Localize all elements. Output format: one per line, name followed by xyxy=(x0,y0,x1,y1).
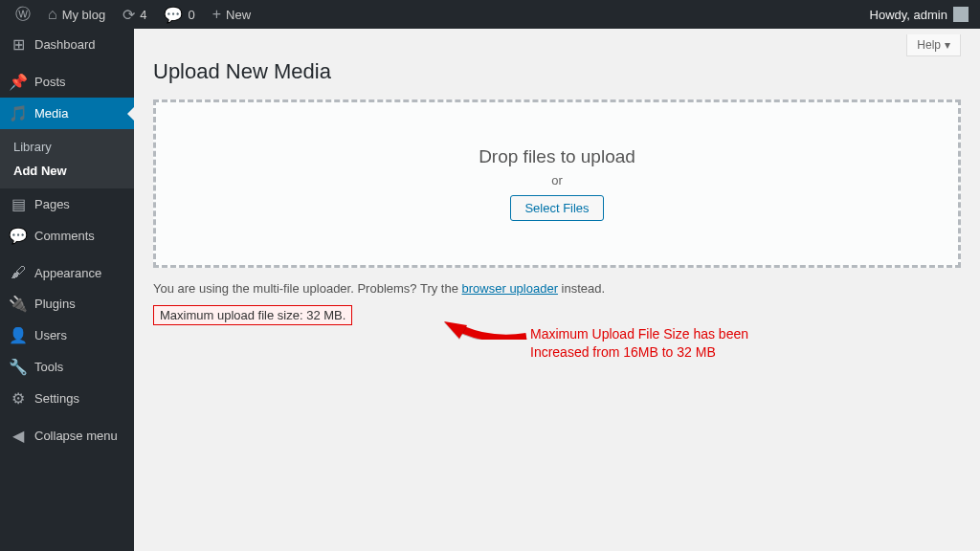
sidebar-item-label: Pages xyxy=(34,197,70,211)
sidebar-item-dashboard[interactable]: ⊞Dashboard xyxy=(0,29,134,60)
sidebar-item-label: Appearance xyxy=(34,266,101,280)
sidebar-item-label: Dashboard xyxy=(34,37,96,52)
annotation-line: Maximum Upload File Size has been xyxy=(530,325,748,343)
sidebar-item-plugins[interactable]: 🔌Plugins xyxy=(0,288,134,320)
comments-link[interactable]: 💬0 xyxy=(156,0,202,29)
chevron-down-icon: ▾ xyxy=(945,38,950,52)
main-content: Help▾ Upload New Media Drop files to upl… xyxy=(134,29,980,551)
help-label: Help xyxy=(917,38,941,52)
sidebar-item-label: Tools xyxy=(34,360,63,374)
sidebar-item-label: Comments xyxy=(34,229,95,243)
comment-icon: 💬 xyxy=(10,227,27,245)
wrench-icon: 🔧 xyxy=(10,358,27,376)
updates-count: 4 xyxy=(140,8,146,22)
sidebar-item-media[interactable]: 🎵Media xyxy=(0,98,134,129)
help-tab[interactable]: Help▾ xyxy=(906,34,961,56)
sidebar-item-settings[interactable]: ⚙Settings xyxy=(0,383,134,414)
sidebar-item-label: Media xyxy=(34,106,68,121)
submenu-item-add-new[interactable]: Add New xyxy=(0,159,134,183)
site-name: My blog xyxy=(62,8,106,22)
helper-post: instead. xyxy=(558,281,605,296)
sidebar-item-tools[interactable]: 🔧Tools xyxy=(0,351,134,383)
admin-sidebar: ⊞Dashboard 📌Posts 🎵Media Library Add New… xyxy=(0,29,134,551)
brush-icon: 🖌 xyxy=(10,264,27,281)
new-content-link[interactable]: +New xyxy=(205,0,258,29)
media-icon: 🎵 xyxy=(10,104,27,122)
upload-dropzone[interactable]: Drop files to upload or Select Files xyxy=(153,99,961,268)
or-text: or xyxy=(551,173,563,187)
comments-count: 0 xyxy=(188,8,194,22)
plug-icon: 🔌 xyxy=(10,295,27,313)
updates-link[interactable]: ⟳4 xyxy=(115,0,154,29)
drop-instruction: Drop files to upload xyxy=(479,146,635,167)
collapse-icon: ◀ xyxy=(10,427,27,445)
wp-logo[interactable]: ⓦ xyxy=(8,0,38,29)
select-files-button[interactable]: Select Files xyxy=(510,195,603,221)
comment-icon: 💬 xyxy=(164,6,183,24)
page-title: Upload New Media xyxy=(153,59,961,84)
updates-icon: ⟳ xyxy=(122,6,135,24)
avatar xyxy=(953,7,969,22)
sidebar-item-users[interactable]: 👤Users xyxy=(0,320,134,351)
admin-bar-left: ⓦ ⌂My blog ⟳4 💬0 +New xyxy=(8,0,258,29)
pin-icon: 📌 xyxy=(10,73,27,91)
page-icon: ▤ xyxy=(10,195,27,213)
home-icon: ⌂ xyxy=(48,6,57,23)
helper-pre: You are using the multi-file uploader. P… xyxy=(153,281,462,296)
sidebar-item-label: Settings xyxy=(34,391,79,406)
annotation-text: Maximum Upload File Size has been Increa… xyxy=(530,325,748,362)
wordpress-icon: ⓦ xyxy=(15,5,31,25)
sidebar-item-pages[interactable]: ▤Pages xyxy=(0,188,134,220)
settings-icon: ⚙ xyxy=(10,389,27,408)
sidebar-item-appearance[interactable]: 🖌Appearance xyxy=(0,257,134,288)
sidebar-item-posts[interactable]: 📌Posts xyxy=(0,66,134,98)
max-upload-size: Maximum upload file size: 32 MB. xyxy=(153,305,352,325)
admin-bar-right[interactable]: Howdy, admin xyxy=(870,7,972,22)
dashboard-icon: ⊞ xyxy=(10,35,27,54)
admin-bar: ⓦ ⌂My blog ⟳4 💬0 +New Howdy, admin xyxy=(0,0,980,29)
plus-icon: + xyxy=(212,6,221,23)
sidebar-item-label: Posts xyxy=(34,75,66,89)
svg-marker-0 xyxy=(444,321,467,339)
submenu-item-library[interactable]: Library xyxy=(0,135,134,159)
annotation-line: Increased from 16MB to 32 MB xyxy=(530,343,748,362)
sidebar-item-comments[interactable]: 💬Comments xyxy=(0,220,134,252)
new-label: New xyxy=(226,8,251,22)
media-submenu: Library Add New xyxy=(0,129,134,188)
sidebar-item-label: Plugins xyxy=(34,297,76,311)
site-link[interactable]: ⌂My blog xyxy=(40,0,113,29)
uploader-helper-text: You are using the multi-file uploader. P… xyxy=(153,281,961,296)
browser-uploader-link[interactable]: browser uploader xyxy=(462,281,558,296)
sidebar-item-label: Users xyxy=(34,328,67,342)
howdy-text: Howdy, admin xyxy=(870,8,947,22)
user-icon: 👤 xyxy=(10,326,27,344)
sidebar-item-label: Collapse menu xyxy=(34,429,118,443)
collapse-menu[interactable]: ◀Collapse menu xyxy=(0,420,134,452)
